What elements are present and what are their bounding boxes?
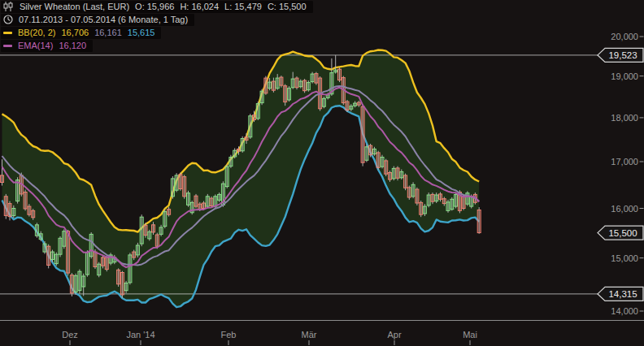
candle-up bbox=[74, 275, 77, 292]
candle-down bbox=[102, 257, 105, 266]
date-range-row: 07.11.2013 - 07.05.2014 (6 Monate, 1 Tag… bbox=[1, 14, 194, 26]
candle-down bbox=[28, 206, 31, 214]
candle-down bbox=[8, 204, 11, 217]
y-tick-label: 18,000 bbox=[611, 113, 638, 123]
candle-up bbox=[136, 245, 139, 255]
candle-up bbox=[288, 89, 291, 100]
candle-up bbox=[400, 171, 403, 177]
candle-up bbox=[39, 234, 42, 240]
candle-down bbox=[376, 153, 380, 167]
candle-down bbox=[407, 188, 411, 197]
candle-up bbox=[35, 225, 38, 236]
candle-down bbox=[338, 69, 342, 80]
ema-indicator-row[interactable]: EMA(14) 16,120 bbox=[1, 40, 93, 52]
bb-indicator-row[interactable]: BB(20, 2) 16,706 16,161 15,615 bbox=[1, 27, 161, 39]
candle-up bbox=[311, 74, 314, 82]
candle-down bbox=[32, 210, 35, 217]
ema-label: EMA(14) bbox=[18, 41, 53, 50]
candle-down bbox=[168, 210, 171, 215]
candle-up bbox=[334, 70, 337, 72]
candle-up bbox=[98, 264, 101, 275]
candle-up bbox=[350, 106, 353, 110]
candle-down bbox=[272, 81, 275, 90]
candle-up bbox=[124, 283, 128, 291]
candle-up bbox=[171, 179, 174, 197]
candle-down bbox=[183, 177, 186, 197]
svg-text:19,523: 19,523 bbox=[608, 50, 637, 60]
candle-down bbox=[105, 257, 108, 270]
candle-up bbox=[233, 150, 237, 157]
candle-up bbox=[256, 104, 259, 119]
candle-up bbox=[218, 194, 221, 200]
candle-up bbox=[148, 231, 151, 239]
candle-up bbox=[450, 199, 454, 209]
candle-down bbox=[120, 273, 124, 295]
month-label: Jan '14 bbox=[126, 330, 154, 340]
candle-down bbox=[194, 196, 198, 206]
candle-up bbox=[175, 175, 178, 190]
y-tick-label: 15,000 bbox=[611, 253, 638, 263]
candle-up bbox=[249, 116, 252, 137]
y-tick-label: 16,000 bbox=[611, 204, 638, 214]
candle-down bbox=[280, 77, 283, 85]
candle-up bbox=[59, 238, 62, 254]
candle-down bbox=[179, 175, 182, 189]
candle-down bbox=[462, 197, 465, 209]
candle-down bbox=[47, 246, 50, 265]
last-price-badge: 15,500 bbox=[598, 226, 643, 240]
candlestick-icon bbox=[3, 2, 14, 11]
candle-up bbox=[229, 158, 233, 167]
candle-down bbox=[477, 210, 481, 233]
chart-legend: Silver Wheaton (Last, EUR) O:15,966 H:16… bbox=[1, 1, 313, 53]
candle-down bbox=[357, 102, 360, 105]
candle-down bbox=[253, 115, 256, 120]
candle-down bbox=[198, 204, 202, 210]
candle-up bbox=[354, 103, 357, 106]
candle-up bbox=[276, 78, 279, 89]
instrument-legend-row: Silver Wheaton (Last, EUR) O:15,966 H:16… bbox=[1, 1, 313, 13]
svg-text:14,315: 14,315 bbox=[608, 289, 637, 299]
candle-down bbox=[1, 175, 4, 183]
candle-down bbox=[396, 168, 399, 178]
candle-up bbox=[51, 252, 54, 259]
candle-up bbox=[372, 149, 376, 154]
candle-up bbox=[427, 195, 430, 205]
candle-up bbox=[322, 98, 325, 106]
ema-value: 16,120 bbox=[59, 41, 86, 50]
candle-down bbox=[24, 192, 27, 210]
month-label: Mai bbox=[463, 330, 477, 340]
bb-middle-value: 16,161 bbox=[94, 28, 122, 37]
candle-up bbox=[78, 271, 81, 290]
candle-up bbox=[260, 91, 263, 102]
y-tick-label: 19,000 bbox=[611, 71, 638, 81]
candle-down bbox=[416, 189, 419, 203]
instrument-title: Silver Wheaton (Last, EUR) bbox=[20, 2, 129, 11]
candle-down bbox=[117, 270, 120, 284]
bb-lower-value: 15,615 bbox=[128, 28, 155, 37]
candle-up bbox=[307, 83, 310, 90]
clock-icon bbox=[3, 15, 13, 24]
bb-upper-value: 16,706 bbox=[61, 28, 89, 37]
candle-down bbox=[237, 149, 241, 152]
y-tick-label: 20,000 bbox=[611, 32, 638, 41]
candle-down bbox=[155, 235, 159, 246]
chart-window: DezJan '14FebMärAprMai20,00019,00018,000… bbox=[0, 0, 644, 346]
price-level-badge: 14,315 bbox=[598, 287, 643, 301]
candle-up bbox=[128, 255, 132, 283]
candle-down bbox=[315, 74, 318, 84]
bb-line-swatch bbox=[3, 32, 12, 34]
candle-up bbox=[291, 79, 294, 88]
candle-up bbox=[381, 158, 384, 167]
candle-down bbox=[404, 175, 407, 188]
candle-down bbox=[133, 252, 136, 257]
svg-text:15,500: 15,500 bbox=[608, 228, 637, 238]
candle-down bbox=[94, 252, 97, 266]
month-label: Feb bbox=[221, 330, 237, 340]
candle-up bbox=[89, 234, 93, 256]
candle-down bbox=[385, 161, 388, 174]
candle-down bbox=[389, 173, 392, 180]
candle-up bbox=[206, 197, 209, 206]
candle-down bbox=[303, 80, 307, 91]
candle-up bbox=[43, 244, 46, 252]
candle-down bbox=[346, 102, 349, 110]
